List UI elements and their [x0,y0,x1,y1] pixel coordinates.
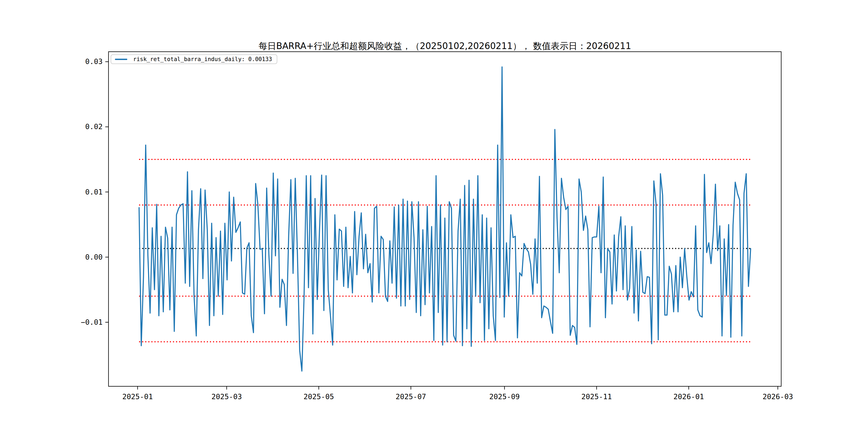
legend-label: risk_ret_total_barra_indus_daily: 0.0013… [133,56,272,62]
x-tick-label: 2025-09 [489,393,520,401]
y-tick-label: 0.03 [85,57,103,66]
x-tick-label: 2025-01 [122,393,153,401]
legend-line-swatch [115,59,127,60]
x-tick-label: 2026-01 [674,393,704,401]
series-line [139,67,751,371]
x-tick-label: 2025-03 [211,393,242,401]
y-tick-label: −0.01 [81,318,103,326]
legend: risk_ret_total_barra_indus_daily: 0.0013… [111,54,277,64]
y-tick-label: 0.00 [85,253,103,261]
y-tick-label: 0.02 [85,122,103,131]
x-tick-label: 2026-03 [763,393,793,401]
y-tick-label: 0.01 [85,188,103,196]
x-tick-label: 2025-05 [304,393,334,401]
figure: 每日BARRA+行业总和超额风险收益，（20250102,20260211）， … [0,0,868,434]
x-tick-label: 2025-07 [396,393,426,401]
x-tick-label: 2025-11 [581,393,612,401]
plot-area: 0.030.020.010.00−0.012025-012025-032025-… [0,0,868,434]
